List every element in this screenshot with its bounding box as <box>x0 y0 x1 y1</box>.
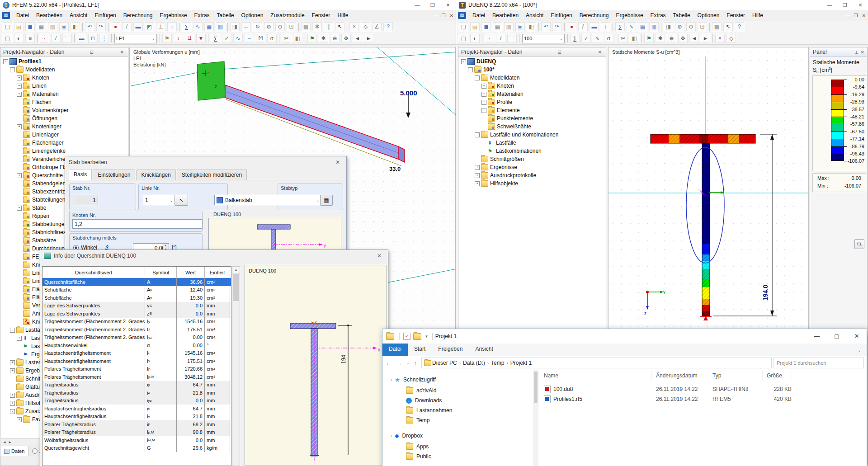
duenq-flag-icon[interactable]: ⚑ <box>644 33 654 43</box>
rfem-snap-icon[interactable]: ✱ <box>312 22 322 32</box>
duenq-menu-extras[interactable]: Extras <box>647 11 670 20</box>
rfem-close-icon[interactable]: ✕ <box>440 0 456 10</box>
rfem-child-minimize-icon[interactable]: — <box>431 13 439 18</box>
nav-back-icon[interactable]: ← <box>382 360 395 367</box>
collapse-icon[interactable]: - <box>468 67 473 72</box>
rfem-panel-icon[interactable]: ▥ <box>215 22 226 32</box>
filelist-header-size[interactable]: Größe <box>767 372 782 379</box>
table-row[interactable]: Polares TrägheitsmomentIp1720.66cm4 <box>42 365 231 373</box>
table-header-einheit[interactable]: Einheit <box>205 267 230 278</box>
table-row[interactable]: Trägheitsradiusiz21.8mm <box>42 389 231 397</box>
duenq-copy-icon[interactable]: ▣ <box>515 22 525 32</box>
address-bar[interactable]: Dieser PC›Data (D:)›Temp›Projekt 1 <box>421 358 772 368</box>
expand-icon[interactable]: + <box>10 393 15 398</box>
duenq-section-icon[interactable]: ✂ <box>618 33 628 43</box>
rfem-flag-icon[interactable]: ⚑ <box>307 33 317 43</box>
rfem-navigator-close-icon[interactable]: ✕ <box>119 50 125 55</box>
rfem-results-icon[interactable]: ∿ <box>233 33 243 43</box>
rfem-tree-item-linienlager[interactable]: Linienlager <box>17 131 59 139</box>
rfem-grid-icon[interactable]: ▩ <box>301 22 311 32</box>
rfem-tree-item-linien[interactable]: +Linien <box>17 82 47 90</box>
duenq-menu-einfügen[interactable]: Einfügen <box>547 11 576 20</box>
duenq-menu-ergebnisse[interactable]: Ergebnisse <box>613 11 647 20</box>
expand-icon[interactable]: + <box>10 401 15 406</box>
duenq-child-restore-icon[interactable]: ❐ <box>852 13 860 18</box>
rfem-layers-icon[interactable]: ≡ <box>25 33 35 43</box>
rfem-tree-item-modelldaten[interactable]: -Modelldaten <box>10 66 55 74</box>
table-row[interactable]: Trägheitsradiusiyz0.0mm <box>42 397 231 405</box>
expand-icon[interactable]: + <box>17 75 22 80</box>
duenq-save-icon[interactable]: ◼ <box>481 22 491 32</box>
duenq-menu-fenster[interactable]: Fenster <box>723 11 749 20</box>
rfem-support-icon[interactable]: ⊥ <box>156 22 166 32</box>
expander-icon[interactable]: › <box>391 433 392 438</box>
rfem-calc-icon[interactable]: ∑ <box>210 33 221 43</box>
rfem-next-icon[interactable]: ► <box>363 33 374 43</box>
duenq-check-icon[interactable]: ✓ <box>581 33 591 43</box>
rfem-tree-item-stäbe[interactable]: +Stäbe <box>17 204 46 212</box>
rfem-open-icon[interactable]: ▤ <box>14 22 24 32</box>
collapse-icon[interactable]: - <box>10 328 15 333</box>
rfem-menu-bearbeiten[interactable]: Bearbeiten <box>33 11 66 20</box>
duenq-panel-icon[interactable]: ▥ <box>649 22 659 32</box>
expand-icon[interactable]: + <box>10 360 15 365</box>
duenq-x-axis-icon[interactable]: × <box>715 33 725 43</box>
duenq-child-close-icon[interactable]: ✕ <box>860 13 868 18</box>
duenq-maximize-icon[interactable]: ❐ <box>837 0 853 10</box>
stab-nr-input[interactable]: 1 <box>74 195 98 205</box>
rfem-redo-icon[interactable]: ↷ <box>96 22 106 32</box>
expand-icon[interactable]: + <box>17 173 22 178</box>
duenq-close-icon[interactable]: ✕ <box>853 0 868 10</box>
stabtyp-select[interactable]: Balkenstab⌄ <box>214 195 322 205</box>
duenq-new-icon[interactable]: ▢ <box>458 22 469 32</box>
duenq-tree-item-lastkombinationen[interactable]: ⚑Lastkombinationen <box>481 147 542 155</box>
duenq-stress-icon[interactable]: σ <box>604 33 614 43</box>
rfem-new-icon[interactable]: ▢ <box>2 33 13 43</box>
duenq-calc-icon[interactable]: ∑ <box>570 33 580 43</box>
duenq-tree-item-ergebnisse[interactable]: +Ergebnisse <box>475 163 517 171</box>
rfem-results-icon[interactable]: ∿ <box>193 22 203 32</box>
rfem-copy-icon[interactable]: ▣ <box>59 22 69 32</box>
duenq-next-icon[interactable]: ► <box>700 33 711 43</box>
duenq-line-icon[interactable]: / <box>495 33 506 43</box>
table-row[interactable]: QuerschnittsgewichtG29.6kg/m <box>42 444 231 452</box>
duenq-menu-datei[interactable]: Datei <box>469 11 489 20</box>
rfem-rotate-icon[interactable]: ↻ <box>252 22 263 32</box>
duenq-load-icon[interactable]: ↓ <box>600 22 611 32</box>
table-row[interactable]: Hauptachsenwinkelα0.00° <box>42 341 231 349</box>
duenq-tree-item-profile[interactable]: +Profile <box>481 98 512 106</box>
rfem-menu-zusatzmodule[interactable]: Zusatzmodule <box>267 11 308 20</box>
rfem-measure-icon[interactable]: ∠ <box>372 22 382 32</box>
rfem-stress-icon[interactable]: σ <box>267 33 277 43</box>
duenq-navigator-pin-icon[interactable]: ⊡ <box>556 50 562 55</box>
duenq-tree-item-schnittgrößen[interactable]: Schnittgrößen <box>475 155 524 163</box>
expand-icon[interactable]: + <box>481 100 486 105</box>
expand-icon[interactable]: + <box>475 181 480 186</box>
duenq-tree-item-punktelemente[interactable]: Punktelemente <box>481 114 533 122</box>
rfem-menu-einfügen[interactable]: Einfügen <box>91 11 119 20</box>
rfem-member-icon[interactable]: ▬ <box>133 22 143 32</box>
duenq-page-icon[interactable]: ▥ <box>504 22 514 32</box>
rfem-tree-item-knoten[interactable]: +Knoten <box>17 74 49 82</box>
sidebar-item-ac-tivaid[interactable]: ac'tivAid <box>406 386 436 395</box>
table-scrollbar[interactable]: ▲ <box>232 266 240 466</box>
table-header-wert[interactable]: Wert <box>177 267 205 278</box>
rfem-visib-icon[interactable]: ◐ <box>14 33 24 43</box>
rfem-gear-icon[interactable]: ✱ <box>318 33 329 43</box>
duenq-point-icon[interactable]: · <box>484 33 495 43</box>
duenq-undo-icon[interactable]: ↶ <box>541 22 551 32</box>
rfem-page-icon[interactable]: ▥ <box>47 22 58 32</box>
sidebar-item-temp[interactable]: Temp <box>406 416 429 425</box>
expand-icon[interactable]: + <box>17 124 22 129</box>
ribbon-tab-freigeben[interactable]: Freigeben <box>432 344 469 356</box>
sidebar-scrollbar[interactable] <box>533 370 538 466</box>
duenq-pan-icon[interactable]: ✥ <box>678 33 688 43</box>
table-row[interactable]: Trägheitsmoment (Flächenmoment 2. Grades… <box>42 325 231 334</box>
duenq-menu-hilfe[interactable]: Hilfe <box>749 11 767 20</box>
explorer-minimize-icon[interactable]: — <box>807 329 827 344</box>
expand-icon[interactable]: + <box>17 336 22 341</box>
table-row[interactable]: Trägheitsmoment (Flächenmoment 2. Grades… <box>42 318 231 326</box>
rfem-printer-icon[interactable]: ▦ <box>36 22 47 32</box>
rfem-zoom-out-icon[interactable]: ⊖ <box>275 22 285 32</box>
rfem-menu-fenster[interactable]: Fenster <box>308 11 334 20</box>
